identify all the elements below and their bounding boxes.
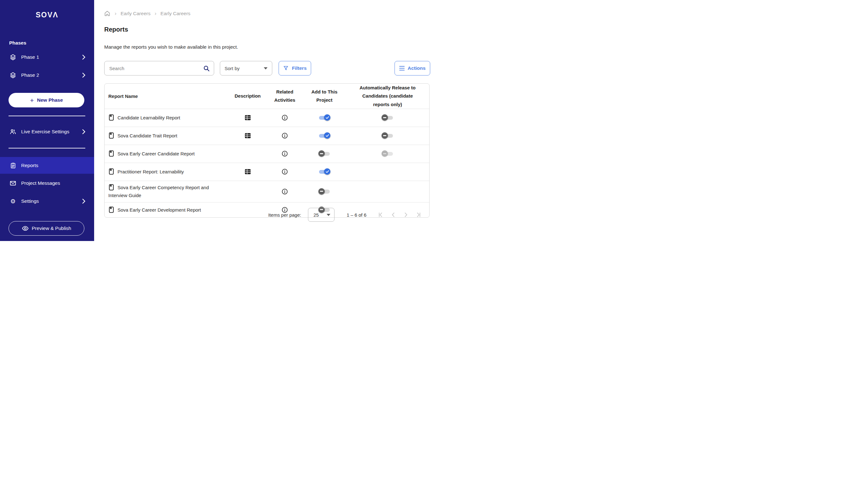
breadcrumb: › Early Careers › Early Careers <box>104 10 190 17</box>
main-content: › Early Careers › Early Careers Reports … <box>94 0 434 241</box>
description-icon[interactable] <box>245 169 251 175</box>
sidebar-item-label: Phase 1 <box>21 54 39 60</box>
info-icon[interactable] <box>281 132 288 139</box>
reports-table: Report Name Description Related Activiti… <box>104 83 430 218</box>
table-row: Sova Candidate Trait Report <box>104 127 429 145</box>
report-name: Sova Early Career Competency Report and … <box>108 185 209 198</box>
breadcrumb-item[interactable]: Early Careers <box>160 11 190 17</box>
table-row: Practitioner Report: Learnability <box>104 163 429 181</box>
sidebar-item-phase-2[interactable]: Phase 2 <box>0 68 94 83</box>
auto-release-toggle <box>381 150 394 157</box>
last-page-icon[interactable] <box>416 212 422 218</box>
eye-icon <box>22 225 29 231</box>
info-icon[interactable] <box>281 114 288 121</box>
items-per-page-value: 25 <box>313 212 319 218</box>
plus-icon: + <box>30 97 34 103</box>
chevron-right-icon <box>82 73 86 78</box>
report-name: Candidate Learnability Report <box>118 115 180 120</box>
filters-label: Filters <box>292 65 307 71</box>
table-row: Sova Early Career Candidate Report <box>104 145 429 163</box>
first-page-icon[interactable] <box>378 212 383 218</box>
search-icon[interactable] <box>203 65 210 73</box>
pagination: Items per page: 25 1 – 6 of 6 <box>268 208 422 222</box>
sidebar-item-settings[interactable]: ⚙ Settings <box>0 194 94 208</box>
breadcrumb-separator: › <box>154 10 156 17</box>
report-name: Sova Candidate Trait Report <box>118 133 177 138</box>
report-icon <box>108 132 114 139</box>
sidebar-item-reports[interactable]: Reports <box>0 157 94 174</box>
col-header-description: Description <box>229 92 267 100</box>
sidebar-item-live-exercise-settings[interactable]: Live Exercise Settings <box>0 124 94 139</box>
envelope-icon <box>9 180 17 187</box>
sidebar-item-label: Project Messages <box>21 180 60 186</box>
filters-button[interactable]: Filters <box>279 61 311 76</box>
report-name: Sova Early Career Development Report <box>118 207 201 213</box>
info-icon[interactable] <box>281 150 288 157</box>
home-icon[interactable] <box>104 10 111 17</box>
preview-publish-button[interactable]: Preview & Publish <box>8 221 84 236</box>
info-icon[interactable] <box>281 168 288 175</box>
sidebar-divider <box>8 116 85 116</box>
col-header-report-name: Report Name <box>104 91 229 101</box>
add-to-project-toggle[interactable] <box>318 168 331 175</box>
table-row: Sova Early Career Competency Report and … <box>104 181 429 202</box>
add-to-project-toggle[interactable] <box>318 132 331 139</box>
items-per-page-label: Items per page: <box>268 212 301 218</box>
add-to-project-toggle[interactable] <box>318 114 331 121</box>
col-header-add-to-project: Add to This Project <box>303 88 346 104</box>
page-range-label: 1 – 6 of 6 <box>346 212 366 218</box>
items-per-page-select[interactable]: 25 <box>308 208 335 222</box>
report-icon <box>108 168 114 175</box>
auto-release-toggle[interactable] <box>381 114 394 121</box>
app-window: SOVΛ Phases Phase 1 Phase 2 <box>0 0 434 241</box>
add-to-project-toggle[interactable] <box>318 188 331 195</box>
add-to-project-toggle[interactable] <box>318 150 331 157</box>
preview-publish-label: Preview & Publish <box>32 225 71 231</box>
next-page-icon[interactable] <box>403 212 409 218</box>
sidebar: SOVΛ Phases Phase 1 Phase 2 <box>0 0 94 241</box>
table-row: Candidate Learnability Report <box>104 109 429 127</box>
description-icon[interactable] <box>245 115 251 121</box>
sidebar-item-project-messages[interactable]: Project Messages <box>0 176 94 190</box>
auto-release-toggle[interactable] <box>381 132 394 139</box>
report-name: Sova Early Career Candidate Report <box>118 151 194 156</box>
sidebar-item-label: Settings <box>21 198 39 204</box>
breadcrumb-item[interactable]: Early Careers <box>121 11 151 17</box>
page-title: Reports <box>104 26 128 33</box>
report-icon <box>108 206 114 213</box>
filter-funnel-icon <box>283 65 289 71</box>
report-name: Practitioner Report: Learnability <box>118 169 184 174</box>
col-header-related-activities: Related Activities <box>267 88 303 104</box>
page-subtitle: Manage the reports you wish to make avai… <box>104 44 238 50</box>
description-icon[interactable] <box>245 133 251 139</box>
table-header-row: Report Name Description Related Activiti… <box>104 84 429 109</box>
report-icon <box>108 184 114 191</box>
previous-page-icon[interactable] <box>391 212 396 218</box>
sidebar-item-label: Reports <box>21 163 38 168</box>
sort-by-dropdown[interactable]: Sort by <box>220 61 272 76</box>
new-phase-label: New Phase <box>37 97 63 103</box>
report-icon <box>108 150 114 157</box>
hamburger-icon <box>399 66 405 71</box>
sidebar-item-label: Live Exercise Settings <box>21 129 69 134</box>
phases-section-label: Phases <box>9 40 26 46</box>
sidebar-item-phase-1[interactable]: Phase 1 <box>0 50 94 64</box>
chevron-right-icon <box>82 55 86 60</box>
breadcrumb-separator: › <box>115 10 117 17</box>
actions-button[interactable]: Actions <box>395 61 430 76</box>
new-phase-button[interactable]: + New Phase <box>8 93 84 108</box>
sova-logo: SOVΛ <box>0 11 94 19</box>
layers-icon <box>9 72 17 79</box>
sidebar-item-label: Phase 2 <box>21 72 39 78</box>
layers-icon <box>9 54 17 61</box>
caret-down-icon <box>327 214 331 216</box>
people-icon <box>9 128 17 135</box>
chevron-right-icon <box>82 129 86 134</box>
info-icon[interactable] <box>281 188 288 195</box>
col-header-auto-release: Automatically Release to Candidates (can… <box>346 84 429 109</box>
sidebar-divider <box>8 148 85 148</box>
chevron-right-icon <box>82 199 86 204</box>
search-input[interactable] <box>104 61 214 75</box>
sort-by-label: Sort by <box>224 66 240 71</box>
report-icon <box>108 114 114 121</box>
